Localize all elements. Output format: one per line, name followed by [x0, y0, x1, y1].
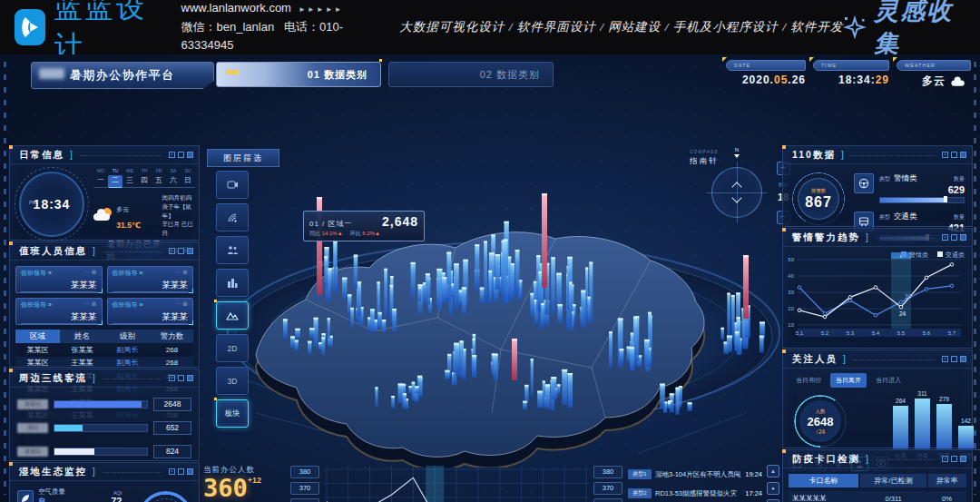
- layer-button-mountain[interactable]: [216, 301, 249, 330]
- y-tick: 380: [593, 466, 622, 478]
- window-controls[interactable]: ×: [169, 248, 193, 254]
- trend-line-chart: 5040302010∨30245.15.25.35.45.55.65.7: [783, 249, 965, 345]
- contact-block: www.lanlanwork.com►►►►► 微信：ben_lanlan 电话…: [181, 0, 366, 55]
- duty-leader-card[interactable]: 值班领导 »·· ⊗某某某: [107, 266, 194, 293]
- window-controls[interactable]: ×: [169, 375, 193, 381]
- tab-data-category-1[interactable]: 01 数据类别: [216, 62, 381, 87]
- layer-button-2D[interactable]: 2D: [216, 334, 249, 362]
- svg-text:40: 40: [788, 273, 794, 279]
- date-segment: DATE 2020.05.26: [726, 60, 806, 87]
- layer-filter-title: 图层筛选: [207, 149, 279, 167]
- focus-bar: [936, 404, 952, 449]
- alert-scroll-dot[interactable]: ●: [767, 482, 779, 495]
- checkpoint-header[interactable]: 异常率: [928, 474, 966, 487]
- dashboard-screenshot: 蓝蓝设计 www.lanlanwork.com►►►►► 微信：ben_lanl…: [0, 0, 980, 502]
- panel-title: 日常信息: [19, 149, 64, 162]
- alert-scroll-controls: ▲ ● ▼: [767, 465, 779, 502]
- svg-text:30: 30: [788, 290, 794, 295]
- window-controls[interactable]: ×: [942, 152, 966, 158]
- website-link[interactable]: www.lanlanwork.com: [181, 1, 291, 15]
- layer-button-signal[interactable]: [216, 203, 249, 231]
- alert-row[interactable]: 类型1湿地3-104片区有不明人员闯入19:24: [628, 465, 762, 484]
- weekday-su: SU日: [181, 168, 195, 188]
- y-tick: 370: [290, 482, 319, 495]
- checkpoint-rows: 某某某某某0/3110%某某某某0/890%某某某某某0/890%某某某某2/1…: [783, 491, 972, 502]
- lunar-calendar-text: 闰四月初四庚子年【鼠年】辛巳月 己巳日: [162, 193, 199, 238]
- temperature: 31.5℃: [116, 221, 141, 230]
- dashboard: 暑期办公协作平台 SUMMER WORKING PLATFORM 01 数据类别…: [0, 54, 980, 502]
- inspiration-collect[interactable]: 灵感收集: [843, 0, 960, 60]
- wechat-text: 微信：ben_lanlan: [181, 20, 275, 34]
- svg-text:5.6: 5.6: [923, 330, 931, 336]
- lanlan-logo-icon: [15, 9, 45, 45]
- window-controls[interactable]: ×: [169, 468, 193, 475]
- time-segment: TIME 18:34:29: [813, 60, 889, 87]
- layer-button-板块[interactable]: 板块: [216, 399, 249, 428]
- flow-bar-row: 某某站2648: [17, 398, 191, 411]
- inspiration-collect-label: 灵感收集: [874, 0, 960, 60]
- weekday-strip: MO一TU二WE三TH四FR五SA六SU日: [93, 168, 199, 188]
- layer-button-crowd[interactable]: [216, 236, 249, 264]
- alert-row[interactable]: 类型2RD13-53烟感报警疑似火灾17:24: [628, 484, 762, 502]
- weekday-fr: FR五: [152, 168, 166, 188]
- window-controls[interactable]: ×: [942, 456, 966, 462]
- eco-metric: 空气质量良AQI72: [17, 487, 122, 502]
- platform-logo-blurred: [39, 68, 64, 79]
- window-controls[interactable]: ×: [942, 234, 966, 241]
- svg-text:5.7: 5.7: [948, 330, 956, 336]
- eco-gauge: - 69% - ▶◀: [138, 491, 193, 502]
- compass[interactable]: N: [701, 156, 773, 229]
- focus-tab[interactable]: 当日布控: [790, 373, 827, 388]
- duty-leader-card[interactable]: 值班领导 »·· ⊗某某某: [15, 266, 103, 293]
- svg-text:5.3: 5.3: [847, 330, 855, 336]
- office-history-chart: [323, 466, 590, 502]
- svg-text:5.4: 5.4: [872, 330, 880, 336]
- y-tick: 360: [290, 498, 319, 502]
- left-edge-decoration: [4, 62, 6, 495]
- panel-epidemic-checkpoint: 防疫卡口检测]× 卡口名称异常/已检测异常率 某某某某某0/3110%某某某某0…: [782, 449, 973, 502]
- checkpoint-header[interactable]: 异常/已检测: [860, 474, 926, 487]
- time-label: TIME: [821, 63, 837, 68]
- weather-value: 多云: [922, 74, 946, 89]
- focus-tab[interactable]: 当日离开: [830, 373, 867, 388]
- window-controls[interactable]: ×: [169, 152, 193, 158]
- svg-text:5.1: 5.1: [796, 330, 804, 336]
- alert-scroll-up[interactable]: ▲: [767, 465, 779, 477]
- layer-button-camera[interactable]: [216, 171, 249, 199]
- checkpoint-header[interactable]: 卡口名称: [789, 474, 858, 487]
- layer-button-3D[interactable]: 3D: [216, 367, 249, 395]
- panel-focus-persons: 关注人员]× 当日布控当日离开当日进入 人数2648↑24 在逃涉毒涉黄涉恐上访: [782, 349, 973, 448]
- services-tagline: 大数据可视化设计 / 软件界面设计 / 网站建设 / 手机及小程序设计 / 软件…: [399, 19, 843, 35]
- duty-leader-cards: 值班领导 »·· ⊗某某某值班领导 »·· ⊗某某某值班领导 »·· ⊗某某某值…: [15, 266, 193, 325]
- weekday-th: TH四: [137, 168, 152, 188]
- office-chart-y-axis-left: 380370360350340: [290, 466, 319, 502]
- flow-bars: 某某站2648某站652某某站824: [10, 398, 199, 458]
- svg-text:5.2: 5.2: [821, 330, 829, 336]
- call-type-row: 类型警情类数量629: [854, 173, 965, 203]
- window-controls[interactable]: ×: [942, 356, 966, 362]
- checkpoint-row: 某某某某某0/3110%: [789, 491, 966, 502]
- weekday-tu: TU二: [108, 168, 122, 188]
- y-tick: 360: [593, 498, 622, 502]
- svg-text:5.5: 5.5: [897, 330, 906, 336]
- tab-data-category-2[interactable]: 02 数据类别: [388, 62, 554, 87]
- duty-leader-card[interactable]: 值班领导 »·· ⊗某某某: [15, 298, 103, 325]
- flow-bar-row: 某某站824: [17, 445, 191, 458]
- sparkle-star-icon: [843, 15, 867, 39]
- focus-tab[interactable]: 当日进入: [870, 373, 906, 388]
- office-chart-y-axis-right: 380370360350340: [593, 466, 622, 502]
- duty-leader-card[interactable]: 值班领导 »·· ⊗某某某: [107, 298, 194, 325]
- weekday-sa: SA六: [166, 168, 181, 188]
- svg-text:30: 30: [905, 293, 912, 300]
- office-count-block: 当前办公人数 360+12 今日数据 历史数据: [203, 465, 287, 502]
- date-label: DATE: [734, 63, 750, 68]
- panel-passenger-flow: 周边三线客流]× 某某站2648某站652某某站824: [9, 369, 200, 461]
- layer-button-building[interactable]: [216, 269, 249, 297]
- svg-text:50: 50: [788, 257, 794, 262]
- city-3d-map[interactable]: [201, 141, 782, 468]
- focus-bar: [893, 406, 908, 449]
- legend-item: 警情类: [901, 251, 928, 260]
- panel-wetland-eco: 湿地生态监控]× 空气质量良AQI72环境噪音正常分贝61 - 69% - ▶◀: [9, 462, 200, 502]
- duty-table-header: 区域姓名级别警力数: [15, 330, 193, 343]
- weekday-mo: MO一: [93, 168, 108, 188]
